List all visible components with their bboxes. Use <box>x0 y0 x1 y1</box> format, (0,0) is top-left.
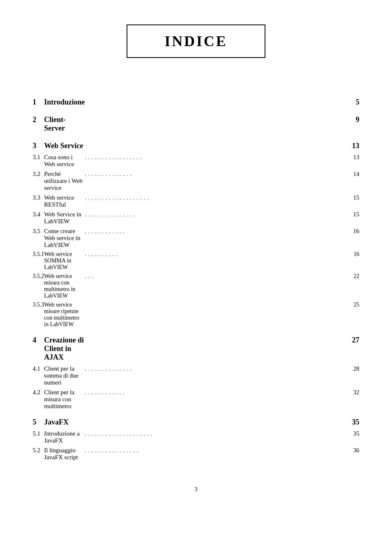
chapter-page: 5 <box>352 91 359 108</box>
section-number: 3.4 <box>33 209 44 226</box>
subsection-number: 3.5.1 <box>33 249 44 271</box>
section-dots: . . . . . . . . . . . . <box>85 387 352 411</box>
toc-section-row: 3.2Perchè utilizzare i Web service. . . … <box>33 169 359 192</box>
chapter-page: 35 <box>352 411 359 428</box>
toc-chapter-row: 4Creazione di Client in AJAX27 <box>33 329 359 363</box>
toc-section-row: 4.2Client per la misura con multimetro. … <box>33 387 359 411</box>
section-dots: . . . . . . . . . . . . . . . . . . . . <box>85 428 352 445</box>
toc-table: 1Introduzione52Client-Server93Web Servic… <box>33 91 359 462</box>
chapter-dots <box>85 108 352 134</box>
toc-section-row: 3.1Cosa sono i Web service. . . . . . . … <box>33 152 359 169</box>
section-dots: . . . . . . . . . . . . . . . . <box>85 445 352 462</box>
title-box: INDICE <box>127 24 265 58</box>
section-title: Perchè utilizzare i Web service <box>44 169 85 192</box>
chapter-title: Client-Server <box>44 108 85 134</box>
toc-chapter-row: 1Introduzione5 <box>33 91 359 108</box>
chapter-title: JavaFX <box>44 411 85 428</box>
toc-subsection-row: 3.5.1Web service SOMMA in LabVIEW. . . .… <box>33 249 359 271</box>
section-number: 4.1 <box>33 363 44 387</box>
subsection-number: 3.5.2 <box>33 271 44 300</box>
chapter-number: 2 <box>33 108 44 134</box>
toc-section-row: 5.2Il linguaggio JavaFX script. . . . . … <box>33 445 359 462</box>
section-page: 36 <box>352 445 359 462</box>
section-page: 35 <box>352 428 359 445</box>
chapter-page: 27 <box>352 329 359 363</box>
section-dots: . . . . . . . . . . . . . . <box>85 363 352 387</box>
chapter-dots <box>85 134 352 152</box>
chapter-dots <box>85 411 352 428</box>
subsection-dots <box>85 300 352 329</box>
chapter-dots <box>85 91 352 108</box>
section-number: 3.2 <box>33 169 44 192</box>
chapter-title: Web Service <box>44 134 85 152</box>
subsection-number: 3.5.3 <box>33 300 44 329</box>
section-page: 13 <box>352 152 359 169</box>
section-page: 16 <box>352 226 359 249</box>
subsection-title: Web service misure ripetute con multimet… <box>44 300 85 329</box>
section-page: 14 <box>352 169 359 192</box>
section-number: 3.5 <box>33 226 44 249</box>
page-number: 3 <box>33 486 359 493</box>
section-page: 32 <box>352 387 359 411</box>
toc-section-row: 3.3Web service RESTful. . . . . . . . . … <box>33 192 359 209</box>
section-title: Introduzione a JavaFX <box>44 428 85 445</box>
chapter-page: 13 <box>352 134 359 152</box>
page: INDICE 1Introduzione52Client-Server93Web… <box>0 0 392 549</box>
section-number: 5.2 <box>33 445 44 462</box>
section-title: Client per la misura con multimetro <box>44 387 85 411</box>
section-number: 3.3 <box>33 192 44 209</box>
toc-section-row: 3.4Web Service in LabVIEW. . . . . . . .… <box>33 209 359 226</box>
subsection-dots: . . . <box>85 271 352 300</box>
section-number: 5.1 <box>33 428 44 445</box>
section-dots: . . . . . . . . . . . . . . . . . . . <box>85 192 352 209</box>
subsection-title: Web service SOMMA in LabVIEW <box>44 249 85 271</box>
section-title: Come creare Web service in LabVIEW <box>44 226 85 249</box>
chapter-number: 1 <box>33 91 44 108</box>
chapter-dots <box>85 329 352 363</box>
chapter-title: Introduzione <box>44 91 85 108</box>
subsection-page: 25 <box>352 300 359 329</box>
section-number: 3.1 <box>33 152 44 169</box>
toc-chapter-row: 2Client-Server9 <box>33 108 359 134</box>
section-page: 15 <box>352 209 359 226</box>
section-dots: . . . . . . . . . . . . . . . . . <box>85 152 352 169</box>
section-number: 4.2 <box>33 387 44 411</box>
chapter-title: Creazione di Client in AJAX <box>44 329 85 363</box>
subsection-page: 16 <box>352 249 359 271</box>
section-title: Il linguaggio JavaFX script <box>44 445 85 462</box>
page-title: INDICE <box>165 33 227 49</box>
subsection-page: 22 <box>352 271 359 300</box>
subsection-title: Web service misura con multimetro in Lab… <box>44 271 85 300</box>
section-title: Cosa sono i Web service <box>44 152 85 169</box>
section-dots: . . . . . . . . . . . . <box>85 226 352 249</box>
section-page: 28 <box>352 363 359 387</box>
toc-subsection-row: 3.5.3Web service misure ripetute con mul… <box>33 300 359 329</box>
chapter-number: 5 <box>33 411 44 428</box>
toc-section-row: 5.1Introduzione a JavaFX. . . . . . . . … <box>33 428 359 445</box>
subsection-dots: . . . . . . . . . . <box>85 249 352 271</box>
section-page: 15 <box>352 192 359 209</box>
section-title: Web Service in LabVIEW <box>44 209 85 226</box>
section-dots: . . . . . . . . . . . . . . . <box>85 209 352 226</box>
toc-chapter-row: 3Web Service13 <box>33 134 359 152</box>
section-dots: . . . . . . . . . . . . . . <box>85 169 352 192</box>
toc-section-row: 4.1Client per la somma di due numeri. . … <box>33 363 359 387</box>
chapter-number: 3 <box>33 134 44 152</box>
toc-subsection-row: 3.5.2Web service misura con multimetro i… <box>33 271 359 300</box>
toc-section-row: 3.5Come creare Web service in LabVIEW. .… <box>33 226 359 249</box>
chapter-page: 9 <box>352 108 359 134</box>
toc-chapter-row: 5JavaFX35 <box>33 411 359 428</box>
chapter-number: 4 <box>33 329 44 363</box>
section-title: Client per la somma di due numeri <box>44 363 85 387</box>
section-title: Web service RESTful <box>44 192 85 209</box>
